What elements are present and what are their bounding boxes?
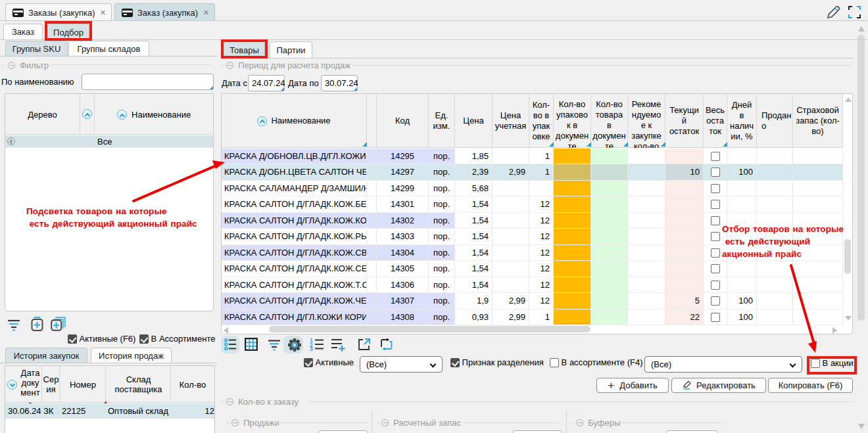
svg-text:3: 3 xyxy=(310,346,313,351)
